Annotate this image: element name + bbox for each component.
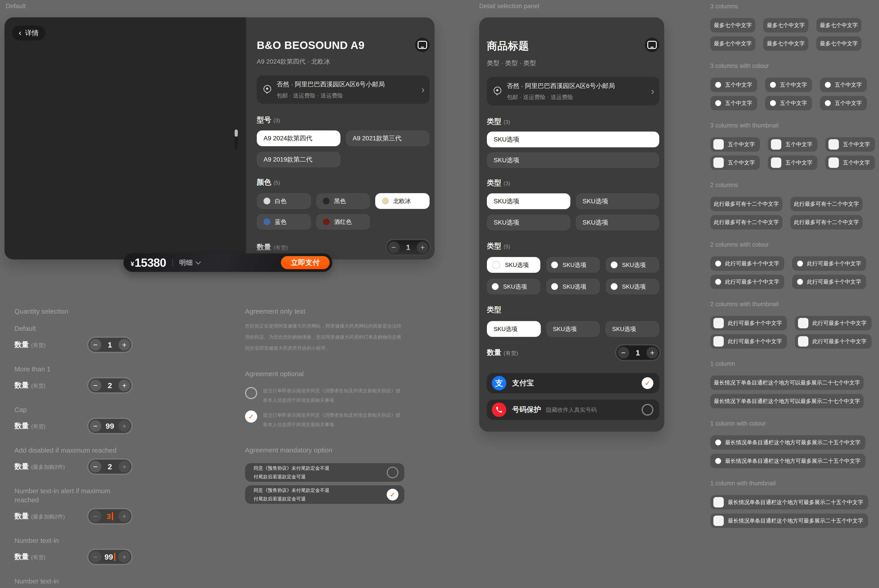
sku-demo-button[interactable]: 五个中文字 <box>710 137 760 152</box>
agreement-mandatory-card[interactable]: 同意《预售协议》未付尾款定金不退 付尾款后若退款定金可退 <box>245 463 404 482</box>
increase-button-disabled[interactable]: + <box>118 510 130 522</box>
increase-button-disabled[interactable]: + <box>118 420 130 432</box>
sku-demo-button[interactable]: 此行可最多十个中文字 <box>792 256 866 271</box>
sku-demo-button[interactable]: 此行可最多十个中文字 <box>710 316 787 330</box>
sku-demo-button[interactable]: 最多七个中文字 <box>710 18 755 33</box>
sku-demo-button[interactable]: 五个中文字 <box>768 137 818 152</box>
sku-demo-button[interactable]: 最多七个中文字 <box>816 36 861 51</box>
sku-demo-button[interactable]: 此行最多可有十二个中文字 <box>790 215 862 230</box>
scrollbar[interactable] <box>235 129 238 149</box>
price-detail-toggle[interactable]: 明细 <box>179 258 200 267</box>
sku-option[interactable]: SKU选项 <box>487 214 570 230</box>
float-window-button[interactable] <box>415 38 430 52</box>
sku-option[interactable]: SKU选项 <box>606 279 659 294</box>
sku-demo-button[interactable]: 最长情况下单条目通栏这个地方可以最多展示二十七个中文字 <box>710 394 864 408</box>
sku-demo-button[interactable]: 最多七个中文字 <box>816 18 861 33</box>
pay-now-button[interactable]: 立即支付 <box>281 256 330 269</box>
sku-option-selected[interactable]: SKU选项 <box>487 132 659 147</box>
color-option[interactable]: 黑色 <box>316 193 370 209</box>
increase-button-disabled[interactable]: + <box>118 551 130 563</box>
sku-demo-button[interactable]: 最多七个中文字 <box>763 36 808 51</box>
sku-option[interactable]: SKU选项 <box>546 257 600 273</box>
sku-demo-button[interactable]: 最多七个中文字 <box>763 18 808 33</box>
sku-option[interactable]: SKU选项 <box>606 257 659 273</box>
model-option-selected[interactable]: A9 2024款第四代 <box>257 130 340 146</box>
sku-demo-button[interactable]: 最长情况下单条目通栏这个地方可以最多展示二十七个中文字 <box>710 375 864 390</box>
sku-option[interactable]: SKU选项 <box>576 194 659 209</box>
decrease-button-disabled[interactable]: − <box>90 551 101 563</box>
sku-demo-button[interactable]: 最长情况单条目通栏这个地方可最多展示二十五个中文字 <box>710 513 868 528</box>
model-option[interactable]: A9 2021款第三代 <box>346 130 430 146</box>
radio-unchecked-icon[interactable] <box>642 404 653 416</box>
radio-unchecked-icon[interactable] <box>245 387 257 399</box>
increase-button[interactable]: + <box>118 339 130 351</box>
back-button[interactable]: ‹ 详情 <box>12 26 45 40</box>
address-row[interactable]: 否然 · 阿里巴巴西溪园区A区6号小邮局 包邮 · 送运费险 · 送运费险 › <box>487 77 659 105</box>
sku-demo-button[interactable]: 最长情况单条目通栏这个地方可最多展示二十五个中文字 <box>710 454 866 468</box>
sku-option-selected[interactable]: SKU选项 <box>487 321 541 337</box>
agreement-option-row[interactable]: 提交订单即表示阅读并同意《消费者告知及跨境交易相关协议》授权本人信息用于跨境交易… <box>245 386 404 405</box>
sku-demo-button[interactable]: 最长情况单条目通栏这个地方可最多展示二十五个中文字 <box>710 495 868 510</box>
quantity-value[interactable]: 1 <box>406 243 410 252</box>
quantity-value[interactable]: 1 <box>108 340 112 349</box>
quantity-value[interactable]: 99 <box>106 422 114 430</box>
number-protect-row[interactable]: 号码保护 隐藏收件人真实号码 <box>487 400 659 420</box>
quantity-value[interactable]: 2 <box>108 381 112 390</box>
color-option[interactable]: 蓝色 <box>257 214 311 230</box>
color-option-selected[interactable]: 北欧冰 <box>375 193 430 209</box>
sku-demo-button[interactable]: 五个中文字 <box>820 78 867 92</box>
check-icon[interactable]: ✓ <box>387 489 399 501</box>
check-icon[interactable]: ✓ <box>642 377 653 389</box>
sku-demo-button[interactable]: 此行可最多十个中文字 <box>710 334 787 349</box>
sku-demo-button[interactable]: 此行最多可有十二个中文字 <box>790 197 862 211</box>
sku-option-selected[interactable]: SKU选项 <box>487 194 570 209</box>
sku-demo-button[interactable]: 此行可最多十个中文字 <box>710 274 784 289</box>
sku-option[interactable]: SKU选项 <box>605 321 659 337</box>
increase-button[interactable]: + <box>417 242 429 253</box>
sku-demo-button[interactable]: 此行可最多十个中文字 <box>792 274 866 289</box>
sku-demo-button[interactable]: 五个中文字 <box>768 156 818 170</box>
alipay-row[interactable]: 支 支付宝 ✓ <box>487 373 659 393</box>
sku-option-selected[interactable]: SKU选项 <box>487 257 540 273</box>
sku-demo-button[interactable]: 五个中文字 <box>820 96 867 110</box>
quantity-value[interactable]: 2 <box>108 462 112 471</box>
sku-demo-button[interactable]: 此行可最多十个中文字 <box>795 334 872 349</box>
sku-option[interactable]: SKU选项 <box>546 279 600 294</box>
decrease-button[interactable]: − <box>90 461 101 472</box>
quantity-value-alert[interactable]: 3 <box>107 512 113 521</box>
sku-demo-button[interactable]: 最长情况单条目通栏这个地方可最多展示二十五个中文字 <box>710 435 866 450</box>
quantity-value[interactable]: 1 <box>636 348 640 357</box>
sku-demo-button[interactable]: 五个中文字 <box>825 156 875 170</box>
model-option[interactable]: A9 2019款第二代 <box>257 152 340 167</box>
sku-demo-button[interactable]: 此行可最多十个中文字 <box>795 316 872 330</box>
sku-demo-button[interactable]: 此行最多可有十二个中文字 <box>710 215 782 230</box>
radio-unchecked-icon[interactable] <box>387 466 399 478</box>
decrease-button[interactable]: − <box>90 420 101 432</box>
sku-option[interactable]: SKU选项 <box>487 152 659 168</box>
agreement-option-row[interactable]: ✓ 提交订单即表示阅读并同意《消费者告知及跨境交易相关协议》授权本人信息用于跨境… <box>245 410 404 429</box>
sku-demo-button[interactable]: 此行最多可有十二个中文字 <box>710 197 782 211</box>
agreement-mandatory-card[interactable]: 同意《预售协议》未付尾款定金不退 付尾款后若退款定金可退 ✓ <box>245 485 404 504</box>
quantity-value-editing[interactable]: 99 <box>105 553 115 561</box>
increase-button[interactable]: + <box>118 380 130 391</box>
decrease-button[interactable]: − <box>90 339 101 351</box>
float-window-button[interactable] <box>645 38 659 52</box>
sku-demo-button[interactable]: 五个中文字 <box>765 96 812 110</box>
sku-demo-button[interactable]: 五个中文字 <box>765 78 812 92</box>
sku-demo-button[interactable]: 最多七个中文字 <box>710 36 755 51</box>
radio-checked-icon[interactable]: ✓ <box>245 410 257 423</box>
sku-option[interactable]: SKU选项 <box>576 214 659 230</box>
sku-option[interactable]: SKU选项 <box>546 321 600 337</box>
decrease-button[interactable]: − <box>618 347 629 358</box>
decrease-button[interactable]: − <box>90 380 101 391</box>
sku-demo-button[interactable]: 五个中文字 <box>825 137 875 152</box>
color-option[interactable]: 白色 <box>257 193 311 209</box>
increase-button-disabled[interactable]: + <box>118 461 130 472</box>
scrollbar-thumb[interactable] <box>235 129 238 137</box>
sku-demo-button[interactable]: 五个中文字 <box>710 78 757 92</box>
decrease-button[interactable]: − <box>388 242 400 253</box>
increase-button[interactable]: + <box>646 347 658 358</box>
decrease-button-disabled[interactable]: − <box>90 510 101 522</box>
sku-option[interactable]: SKU选项 <box>487 279 540 294</box>
address-row[interactable]: 否然 · 阿里巴巴西溪园区A区6号小邮局 包邮 · 送运费险 · 送运费险 › <box>257 75 430 104</box>
